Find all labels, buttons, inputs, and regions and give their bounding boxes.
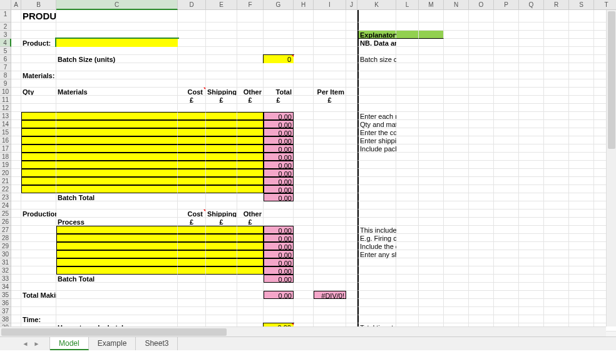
col-head-M[interactable]: M [419,0,444,10]
cell-D14[interactable] [178,120,206,128]
cell-E24[interactable] [206,201,237,210]
cell-E35[interactable] [206,291,237,299]
cell-S13[interactable] [569,112,594,120]
cell-I3[interactable] [314,31,346,39]
cell-S17[interactable] [569,144,594,153]
cell-N31[interactable] [444,258,469,266]
cell-O31[interactable] [469,258,494,266]
cell-R25[interactable] [544,210,569,218]
cell-B18[interactable] [21,153,56,161]
cell-N34[interactable] [444,283,469,291]
cell-K3[interactable]: Explanatory Notes: [357,31,396,39]
col-head-Q[interactable]: Q [519,0,544,10]
row-head-3[interactable]: 3 [0,31,11,39]
cell-G24[interactable] [264,201,294,210]
cell-E16[interactable] [206,136,237,144]
cell-R14[interactable] [544,120,569,128]
cell-F16[interactable] [237,136,264,144]
cell-J8[interactable] [346,71,357,79]
cell-H30[interactable] [294,250,314,258]
cell-R3[interactable] [544,31,569,39]
cell-O24[interactable] [469,201,494,210]
cell-S27[interactable] [569,226,594,234]
cell-R24[interactable] [544,201,569,210]
cell-L34[interactable] [396,283,419,291]
cell-A22[interactable] [11,185,21,193]
cell-H22[interactable] [294,185,314,193]
cell-E13[interactable] [206,112,237,120]
cell-K14[interactable]: Qty and materials columns are descriptiv… [357,120,396,128]
row-head-23[interactable]: 23 [0,193,11,201]
cell-O2[interactable] [469,23,494,31]
cell-C6[interactable]: Batch Size (units) [56,55,178,63]
cell-S10[interactable] [569,88,594,96]
cell-K28[interactable]: E.g. Firing costs, Kiln costs, equipment… [357,234,396,242]
cell-P15[interactable] [494,128,519,136]
cell-J11[interactable] [346,96,357,104]
cell-G13[interactable]: 0.00 [264,112,294,120]
row-head-29[interactable]: 29 [0,242,11,250]
cell-D27[interactable] [178,226,206,234]
cell-I8[interactable] [314,71,346,79]
cell-B17[interactable] [21,144,56,153]
cell-E18[interactable] [206,153,237,161]
cell-K20[interactable] [357,169,396,177]
cell-A30[interactable] [11,250,21,258]
cell-F24[interactable] [237,201,264,210]
scrollbar-thumb-h[interactable] [1,328,227,336]
cell-I32[interactable] [314,266,346,275]
cell-L19[interactable] [396,161,419,169]
cell-H23[interactable] [294,193,314,201]
cell-D21[interactable] [178,177,206,185]
cell-S16[interactable] [569,136,594,144]
cell-K19[interactable] [357,161,396,169]
cell-P30[interactable] [494,250,519,258]
cell-I27[interactable] [314,226,346,234]
cell-E9[interactable] [206,79,237,88]
cell-O12[interactable] [469,104,494,112]
cell-R34[interactable] [544,283,569,291]
cell-H32[interactable] [294,266,314,275]
cell-S36[interactable] [569,299,594,307]
cell-P21[interactable] [494,177,519,185]
cell-R20[interactable] [544,169,569,177]
cell-L38[interactable] [396,315,419,323]
cell-R10[interactable] [544,88,569,96]
cell-C27[interactable] [56,226,178,234]
cell-L33[interactable] [396,275,419,283]
cell-B26[interactable] [21,218,56,226]
cell-F31[interactable] [237,258,264,266]
cell-N32[interactable] [444,266,469,275]
cell-D24[interactable] [178,201,206,210]
cell-G31[interactable]: 0.00 [264,258,294,266]
cell-G8[interactable] [264,71,294,79]
cell-M24[interactable] [419,201,444,210]
row-head-17[interactable]: 17 [0,144,11,153]
cell-G15[interactable]: 0.00 [264,128,294,136]
col-head-I[interactable]: I [314,0,346,10]
cell-M38[interactable] [419,315,444,323]
cell-I21[interactable] [314,177,346,185]
cell-E23[interactable] [206,193,237,201]
cell-K26[interactable] [357,218,396,226]
cell-O6[interactable] [469,55,494,63]
cell-Q17[interactable] [519,144,544,153]
cell-N12[interactable] [444,104,469,112]
cell-Q37[interactable] [519,307,544,315]
cell-J21[interactable] [346,177,357,185]
cell-N10[interactable] [444,88,469,96]
cell-R21[interactable] [544,177,569,185]
cell-S9[interactable] [569,79,594,88]
cell-H10[interactable] [294,88,314,96]
cell-N15[interactable] [444,128,469,136]
cell-O20[interactable] [469,169,494,177]
cell-I34[interactable] [314,283,346,291]
cell-Q32[interactable] [519,266,544,275]
cell-B3[interactable] [21,31,56,39]
sheet-tab-example[interactable]: Example [89,337,136,350]
col-head-P[interactable]: P [494,0,519,10]
cell-N28[interactable] [444,234,469,242]
cell-M34[interactable] [419,283,444,291]
cell-B36[interactable] [21,299,56,307]
cell-F6[interactable] [237,55,264,63]
